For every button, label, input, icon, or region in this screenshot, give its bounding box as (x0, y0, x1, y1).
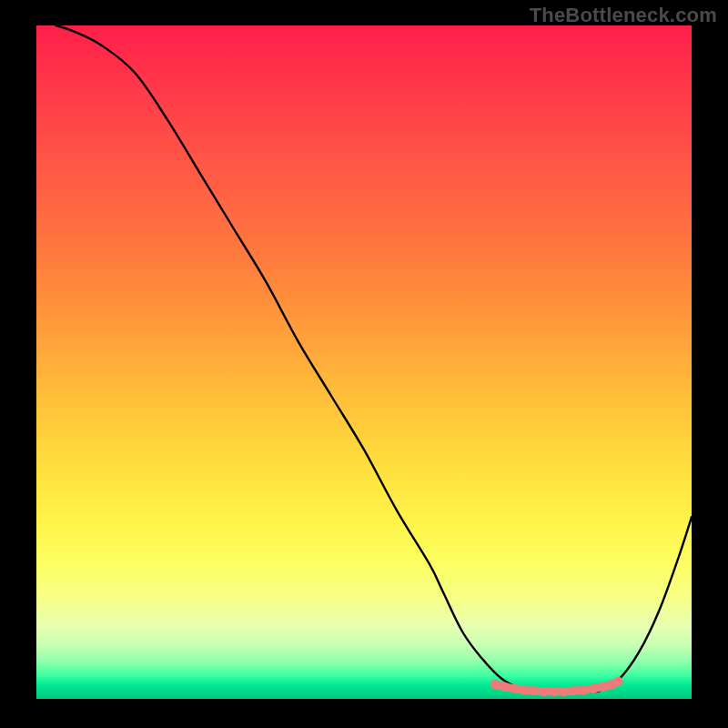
watermark-text: TheBottleneck.com (530, 4, 717, 27)
marker-dot (530, 686, 539, 695)
marker-dot-end (613, 677, 622, 686)
marker-dot (589, 684, 598, 693)
marker-dot (540, 687, 549, 696)
chart-frame: TheBottleneck.com (0, 0, 728, 728)
marker-dot (559, 687, 568, 696)
curve-layer (36, 25, 692, 699)
marker-dot (599, 682, 608, 691)
marker-dot (520, 685, 529, 694)
plot-area (36, 25, 692, 699)
marker-dot (550, 687, 559, 696)
marker-dot (500, 682, 510, 691)
marker-dot (569, 686, 578, 695)
marker-dot (579, 685, 588, 694)
main-curve (56, 25, 692, 693)
marker-dot (510, 684, 519, 693)
marker-dot (490, 680, 500, 689)
flat-bottom-markers (490, 677, 623, 697)
